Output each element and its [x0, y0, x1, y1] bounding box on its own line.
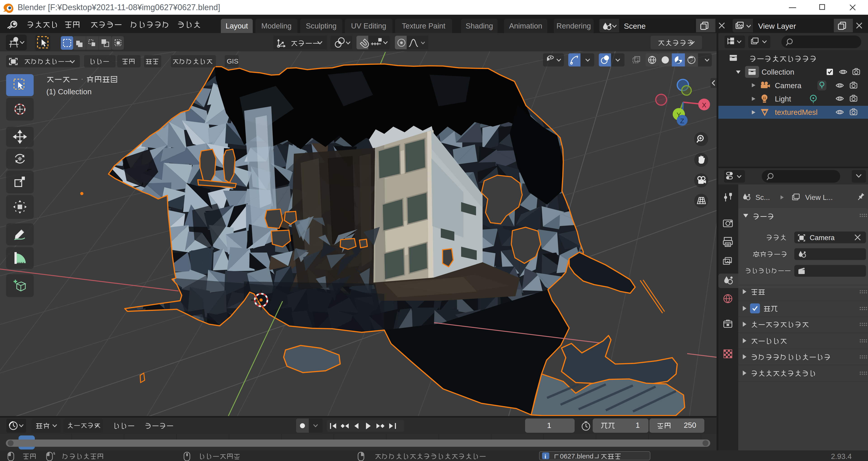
- svg-text:Z: Z: [680, 117, 684, 125]
- svg-text:X: X: [702, 101, 706, 109]
